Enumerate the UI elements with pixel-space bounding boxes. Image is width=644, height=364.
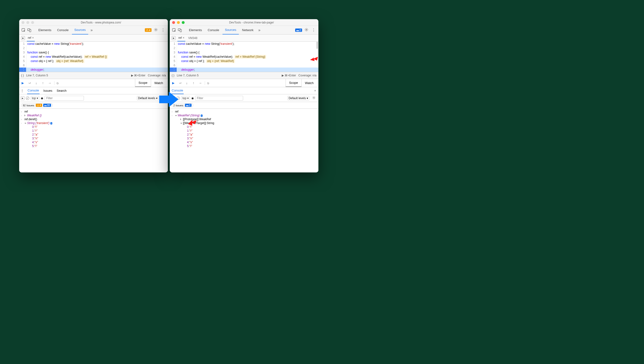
console-input-text: ref (175, 110, 178, 113)
drawer-tabs: Console × (170, 87, 318, 94)
tab-scope[interactable]: Scope (135, 79, 151, 87)
annotation-arrow-icon (159, 90, 181, 110)
tab-console[interactable]: Console (205, 26, 222, 34)
zoom-icon[interactable] (31, 21, 34, 24)
console-toolbar: ▶ | top ▾ ◉ Default levels ▾ (170, 94, 318, 102)
debug-toolbar: ▶ ⤻ ↓ ↑ → ⦸ Scope Watch (170, 79, 318, 87)
svg-marker-10 (310, 57, 318, 61)
inspect-icon[interactable] (172, 28, 176, 32)
device-toggle-icon[interactable] (27, 28, 32, 32)
log-levels-select[interactable]: Default levels ▾ (137, 96, 159, 100)
issues-badge[interactable]: ▬ 2 (295, 28, 302, 32)
tab-sources[interactable]: Sources (72, 26, 88, 34)
gear-icon[interactable] (303, 28, 310, 32)
eye-icon[interactable]: ◉ (41, 96, 43, 100)
more-tabs-icon[interactable]: » (257, 28, 262, 32)
kebab-icon[interactable]: ⋮ (311, 28, 316, 32)
drawer-tab-search[interactable]: Search (56, 88, 67, 94)
resume-icon[interactable]: ▶ (171, 81, 175, 85)
devtools-window-right: DevTools - chrome://new-tab-page/ Elemen… (170, 19, 318, 172)
snippet-play-icon[interactable]: ▶ (21, 36, 25, 40)
drawer-tab-issues[interactable]: Issues (43, 88, 53, 94)
code-editor[interactable]: 1const cacheValue = new String('transien… (170, 42, 318, 72)
console-input-text: ref.deref() (25, 118, 37, 121)
tab-file-ref[interactable]: ref× (27, 35, 35, 42)
tab-watch[interactable]: Watch (301, 79, 317, 87)
svg-marker-12 (159, 92, 178, 107)
tab-elements[interactable]: Elements (186, 26, 204, 34)
step-icon[interactable]: → (198, 81, 202, 85)
gear-icon[interactable] (152, 28, 159, 32)
snippet-play-icon[interactable]: ▶ (172, 36, 175, 40)
traffic-lights (172, 21, 185, 24)
close-icon[interactable]: × (32, 36, 34, 40)
tab-network[interactable]: Network (240, 26, 256, 34)
console-sidebar-icon[interactable]: ▶ (21, 96, 25, 100)
info-icon[interactable]: i (50, 122, 52, 124)
tab-file-ref[interactable]: ref× (177, 35, 185, 42)
step-out-icon[interactable]: ↑ (191, 81, 196, 85)
traffic-lights (22, 21, 34, 24)
tab-sources[interactable]: Sources (223, 26, 239, 34)
tab-watch[interactable]: Watch (151, 79, 166, 87)
more-tabs-icon[interactable]: » (89, 28, 94, 32)
step-into-icon[interactable]: ↓ (34, 81, 38, 85)
minimize-icon[interactable] (26, 21, 29, 24)
issues-bar: 92 Issues: ⚠ 4 ▬ 88 (19, 102, 168, 109)
cursor-position: Line 7, Column 5 (26, 74, 48, 77)
step-out-icon[interactable]: ↑ (41, 81, 45, 85)
filter-input[interactable] (195, 96, 243, 100)
close-icon[interactable] (172, 21, 175, 24)
log-levels-select[interactable]: Default levels ▾ (288, 96, 309, 100)
tab-file-vm[interactable]: VM348 (187, 35, 198, 41)
step-into-icon[interactable]: ↓ (185, 81, 189, 85)
step-over-icon[interactable]: ⤻ (27, 81, 32, 85)
deactivate-breakpoints-icon[interactable]: ⦸ (54, 81, 59, 85)
issues-badge[interactable]: ⚠ 4 (145, 28, 151, 32)
filter-input[interactable] (45, 96, 84, 100)
editor-status-bar: { } Line 7, Column 5 ▶ ⌘+Enter Coverage:… (19, 72, 168, 79)
source-file-tabs: ▶ ref× VM348 (170, 34, 318, 42)
info-icon[interactable]: i (201, 114, 202, 117)
step-icon[interactable]: → (48, 81, 52, 85)
tab-console[interactable]: Console (55, 26, 71, 34)
titlebar: DevTools - chrome://new-tab-page/ (170, 19, 318, 26)
tab-elements[interactable]: Elements (36, 26, 54, 34)
gear-icon[interactable] (311, 96, 317, 100)
minimize-icon[interactable] (177, 21, 180, 24)
deactivate-breakpoints-icon[interactable]: ⦸ (205, 81, 209, 85)
run-snippet-button[interactable]: ▶ ⌘+Enter (131, 74, 145, 77)
tab-scope[interactable]: Scope (286, 79, 301, 87)
close-icon[interactable]: × (314, 89, 316, 92)
svg-rect-7 (180, 30, 181, 32)
resume-icon[interactable]: ▶ (21, 81, 25, 85)
main-tabs: Elements Console Sources Network » ▬ 2 ⋮ (170, 26, 318, 34)
zoom-icon[interactable] (182, 21, 185, 24)
eye-icon[interactable]: ◉ (191, 96, 194, 100)
close-icon[interactable] (22, 21, 25, 24)
format-icon[interactable]: { } (21, 74, 24, 77)
context-select[interactable]: top ▾ (31, 96, 39, 100)
issues-chip[interactable]: 92 Issues: ⚠ 4 ▬ 88 (21, 103, 53, 107)
format-icon[interactable]: { } (172, 74, 174, 77)
device-toggle-icon[interactable] (177, 28, 182, 32)
kebab-icon[interactable]: ⋮ (21, 89, 24, 92)
coverage-label: Coverage: n/a (148, 74, 166, 77)
code-editor[interactable]: 1const cacheValue = new String('transien… (19, 42, 168, 72)
window-title: DevTools - www.photopea.com/ (37, 21, 165, 24)
console-output[interactable]: ref WeakRef {} ref.deref() String {'tran… (19, 109, 168, 172)
step-over-icon[interactable]: ⤻ (178, 81, 182, 85)
window-title: DevTools - chrome://new-tab-page/ (187, 21, 316, 24)
drawer-tabs: ⋮ Console Issues Search (19, 87, 168, 94)
close-icon[interactable]: × (183, 36, 184, 40)
annotation-arrow-icon (186, 117, 197, 128)
kebab-icon[interactable]: ⋮ (160, 28, 166, 32)
drawer-tab-console[interactable]: Console (27, 87, 40, 94)
inspect-icon[interactable] (21, 28, 26, 32)
run-snippet-button[interactable]: ▶ ⌘+Enter (282, 74, 296, 77)
annotation-arrow-icon (309, 54, 318, 64)
svg-marker-11 (188, 119, 197, 126)
context-select[interactable]: top ▾ (181, 96, 190, 100)
scrollbar[interactable] (316, 42, 318, 49)
clear-console-icon[interactable]: | (25, 96, 30, 100)
